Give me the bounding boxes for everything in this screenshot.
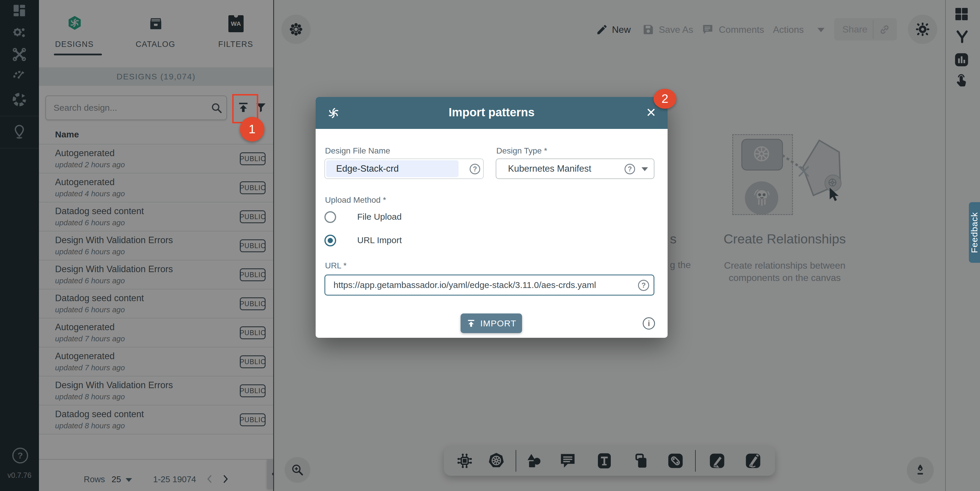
design-file-name-value: Edge-Stack-crd (336, 159, 399, 179)
help-icon[interactable]: ? (625, 164, 635, 174)
design-type-label: Design Type * (496, 146, 547, 156)
radio-selected-icon (325, 235, 336, 246)
help-icon[interactable]: ? (638, 280, 649, 291)
import-upload-icon (466, 319, 476, 328)
url-label: URL * (325, 261, 347, 270)
import-patterns-modal: Import patterns × Design File Name Edge-… (316, 97, 668, 338)
upload-method-label: Upload Method * (325, 195, 386, 205)
url-import-option[interactable]: URL Import (325, 235, 442, 247)
file-upload-label: File Upload (357, 212, 402, 222)
design-type-select[interactable]: Kubernetes Manifest ? (496, 158, 654, 179)
design-type-value: Kubernetes Manifest (508, 159, 591, 179)
annotation-badge-2: 2 (654, 89, 676, 109)
modal-title: Import patterns (316, 106, 668, 119)
import-button[interactable]: IMPORT (461, 314, 522, 333)
url-input[interactable]: https://app.getambassador.io/yaml/edge-s… (325, 274, 654, 296)
radio-unselected-icon (325, 211, 336, 223)
help-icon[interactable]: ? (470, 164, 480, 174)
url-import-label: URL Import (357, 235, 402, 245)
import-button-label: IMPORT (480, 319, 516, 328)
info-icon[interactable]: i (643, 317, 655, 330)
design-file-name-label: Design File Name (325, 146, 390, 156)
file-upload-option[interactable]: File Upload (325, 211, 442, 224)
select-caret-icon (641, 167, 648, 171)
close-icon[interactable]: × (646, 104, 656, 121)
annotation-badge-1: 1 (240, 117, 264, 142)
feedback-tab[interactable]: Feedback (969, 202, 980, 263)
url-value: https://app.getambassador.io/yaml/edge-s… (334, 276, 596, 295)
modal-header: Import patterns × (316, 97, 668, 129)
feedback-label: Feedback (969, 212, 979, 253)
design-file-name-field[interactable]: Edge-Stack-crd ? (325, 158, 484, 179)
meshery-app: ? v0.7.76 DESIGNS CATALOG WA FILTERS DES… (0, 0, 980, 491)
